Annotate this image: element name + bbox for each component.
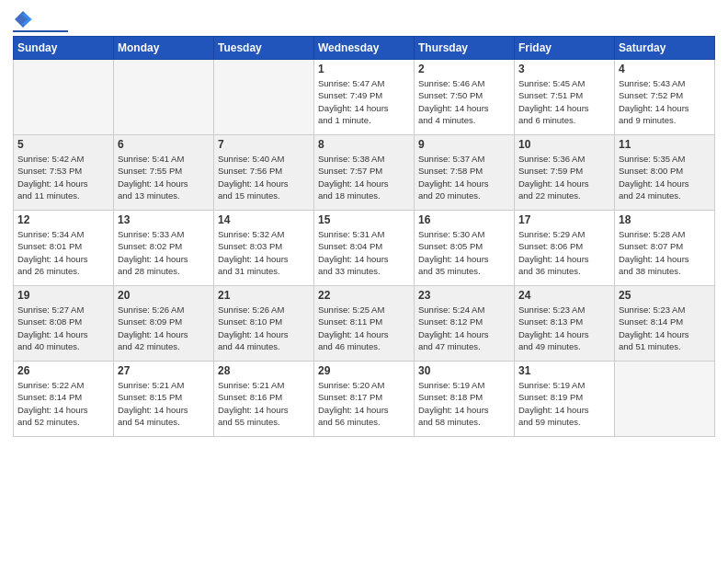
logo-underline [13, 30, 68, 32]
calendar-day-3: 3Sunrise: 5:45 AMSunset: 7:51 PMDaylight… [515, 60, 615, 135]
day-info: Sunrise: 5:42 AMSunset: 7:53 PMDaylight:… [17, 153, 109, 201]
day-info: Sunrise: 5:33 AMSunset: 8:02 PMDaylight:… [118, 228, 210, 277]
day-number: 7 [218, 138, 310, 151]
day-number: 21 [218, 289, 310, 302]
day-number: 1 [318, 63, 410, 75]
calendar-day-2: 2Sunrise: 5:46 AMSunset: 7:50 PMDaylight… [415, 60, 515, 135]
day-number: 17 [518, 213, 610, 226]
calendar-empty-cell [114, 60, 214, 135]
day-number: 31 [518, 364, 610, 377]
calendar-day-19: 19Sunrise: 5:27 AMSunset: 8:08 PMDayligh… [14, 286, 114, 362]
day-info: Sunrise: 5:20 AMSunset: 8:17 PMDaylight:… [318, 379, 410, 428]
calendar-day-4: 4Sunrise: 5:43 AMSunset: 7:52 PMDaylight… [615, 60, 715, 135]
day-info: Sunrise: 5:37 AMSunset: 7:58 PMDaylight:… [418, 153, 510, 201]
calendar-week-row: 19Sunrise: 5:27 AMSunset: 8:08 PMDayligh… [14, 286, 715, 362]
weekday-header-thursday: Thursday [415, 37, 515, 60]
day-number: 16 [418, 213, 510, 226]
calendar-day-7: 7Sunrise: 5:40 AMSunset: 7:56 PMDaylight… [214, 135, 314, 211]
day-info: Sunrise: 5:29 AMSunset: 8:06 PMDaylight:… [518, 228, 610, 277]
day-number: 22 [318, 289, 410, 302]
day-info: Sunrise: 5:27 AMSunset: 8:08 PMDaylight:… [17, 304, 109, 352]
calendar-day-8: 8Sunrise: 5:38 AMSunset: 7:57 PMDaylight… [314, 135, 415, 211]
calendar-day-17: 17Sunrise: 5:29 AMSunset: 8:06 PMDayligh… [515, 211, 615, 286]
calendar-week-row: 12Sunrise: 5:34 AMSunset: 8:01 PMDayligh… [14, 211, 715, 286]
day-info: Sunrise: 5:32 AMSunset: 8:03 PMDaylight:… [218, 228, 310, 277]
day-number: 4 [619, 63, 711, 75]
day-number: 27 [118, 364, 210, 377]
day-number: 19 [17, 289, 109, 302]
day-number: 14 [218, 213, 310, 226]
weekday-header-monday: Monday [114, 37, 214, 60]
day-number: 3 [518, 63, 610, 75]
calendar-day-30: 30Sunrise: 5:19 AMSunset: 8:18 PMDayligh… [415, 362, 515, 437]
logo-icon [13, 9, 33, 29]
day-number: 30 [418, 364, 510, 377]
calendar-day-10: 10Sunrise: 5:36 AMSunset: 7:59 PMDayligh… [515, 135, 615, 211]
calendar-empty-cell [615, 362, 715, 437]
day-number: 11 [619, 138, 711, 151]
day-info: Sunrise: 5:36 AMSunset: 7:59 PMDaylight:… [518, 153, 610, 201]
logo [13, 9, 68, 32]
day-number: 6 [118, 138, 210, 151]
calendar-day-12: 12Sunrise: 5:34 AMSunset: 8:01 PMDayligh… [14, 211, 114, 286]
calendar-day-31: 31Sunrise: 5:19 AMSunset: 8:19 PMDayligh… [515, 362, 615, 437]
calendar-day-26: 26Sunrise: 5:22 AMSunset: 8:14 PMDayligh… [14, 362, 114, 437]
day-info: Sunrise: 5:40 AMSunset: 7:56 PMDaylight:… [218, 153, 310, 201]
weekday-header-tuesday: Tuesday [214, 37, 314, 60]
calendar-week-row: 1Sunrise: 5:47 AMSunset: 7:49 PMDaylight… [14, 60, 715, 135]
calendar-empty-cell [14, 60, 114, 135]
day-info: Sunrise: 5:26 AMSunset: 8:10 PMDaylight:… [218, 304, 310, 352]
day-number: 10 [518, 138, 610, 151]
day-info: Sunrise: 5:30 AMSunset: 8:05 PMDaylight:… [418, 228, 510, 277]
day-number: 5 [17, 138, 109, 151]
calendar-table: SundayMondayTuesdayWednesdayThursdayFrid… [13, 36, 715, 437]
day-info: Sunrise: 5:21 AMSunset: 8:15 PMDaylight:… [118, 379, 210, 428]
weekday-header-saturday: Saturday [615, 37, 715, 60]
day-number: 2 [418, 63, 510, 75]
page: SundayMondayTuesdayWednesdayThursdayFrid… [0, 0, 728, 563]
day-info: Sunrise: 5:23 AMSunset: 8:14 PMDaylight:… [619, 304, 711, 352]
day-info: Sunrise: 5:19 AMSunset: 8:18 PMDaylight:… [418, 379, 510, 428]
header [13, 9, 715, 32]
calendar-day-13: 13Sunrise: 5:33 AMSunset: 8:02 PMDayligh… [114, 211, 214, 286]
calendar-day-28: 28Sunrise: 5:21 AMSunset: 8:16 PMDayligh… [214, 362, 314, 437]
day-number: 23 [418, 289, 510, 302]
day-info: Sunrise: 5:41 AMSunset: 7:55 PMDaylight:… [118, 153, 210, 201]
calendar-day-23: 23Sunrise: 5:24 AMSunset: 8:12 PMDayligh… [415, 286, 515, 362]
day-info: Sunrise: 5:24 AMSunset: 8:12 PMDaylight:… [418, 304, 510, 352]
calendar-day-24: 24Sunrise: 5:23 AMSunset: 8:13 PMDayligh… [515, 286, 615, 362]
day-number: 20 [118, 289, 210, 302]
day-number: 15 [318, 213, 410, 226]
weekday-header-wednesday: Wednesday [314, 37, 415, 60]
calendar-day-21: 21Sunrise: 5:26 AMSunset: 8:10 PMDayligh… [214, 286, 314, 362]
calendar-day-25: 25Sunrise: 5:23 AMSunset: 8:14 PMDayligh… [615, 286, 715, 362]
day-number: 26 [17, 364, 109, 377]
calendar-week-row: 5Sunrise: 5:42 AMSunset: 7:53 PMDaylight… [14, 135, 715, 211]
day-info: Sunrise: 5:47 AMSunset: 7:49 PMDaylight:… [318, 77, 410, 126]
day-info: Sunrise: 5:43 AMSunset: 7:52 PMDaylight:… [619, 77, 711, 126]
day-number: 13 [118, 213, 210, 226]
weekday-header-sunday: Sunday [14, 37, 114, 60]
calendar-empty-cell [214, 60, 314, 135]
day-info: Sunrise: 5:25 AMSunset: 8:11 PMDaylight:… [318, 304, 410, 352]
day-info: Sunrise: 5:19 AMSunset: 8:19 PMDaylight:… [518, 379, 610, 428]
calendar-day-29: 29Sunrise: 5:20 AMSunset: 8:17 PMDayligh… [314, 362, 415, 437]
calendar-day-14: 14Sunrise: 5:32 AMSunset: 8:03 PMDayligh… [214, 211, 314, 286]
calendar-day-1: 1Sunrise: 5:47 AMSunset: 7:49 PMDaylight… [314, 60, 415, 135]
day-info: Sunrise: 5:22 AMSunset: 8:14 PMDaylight:… [17, 379, 109, 428]
day-number: 9 [418, 138, 510, 151]
day-number: 18 [619, 213, 711, 226]
calendar-day-9: 9Sunrise: 5:37 AMSunset: 7:58 PMDaylight… [415, 135, 515, 211]
day-number: 12 [17, 213, 109, 226]
calendar-week-row: 26Sunrise: 5:22 AMSunset: 8:14 PMDayligh… [14, 362, 715, 437]
day-info: Sunrise: 5:34 AMSunset: 8:01 PMDaylight:… [17, 228, 109, 277]
day-info: Sunrise: 5:28 AMSunset: 8:07 PMDaylight:… [619, 228, 711, 277]
day-info: Sunrise: 5:21 AMSunset: 8:16 PMDaylight:… [218, 379, 310, 428]
day-info: Sunrise: 5:23 AMSunset: 8:13 PMDaylight:… [518, 304, 610, 352]
weekday-header-row: SundayMondayTuesdayWednesdayThursdayFrid… [14, 37, 715, 60]
calendar-day-27: 27Sunrise: 5:21 AMSunset: 8:15 PMDayligh… [114, 362, 214, 437]
calendar-day-5: 5Sunrise: 5:42 AMSunset: 7:53 PMDaylight… [14, 135, 114, 211]
calendar-day-6: 6Sunrise: 5:41 AMSunset: 7:55 PMDaylight… [114, 135, 214, 211]
day-info: Sunrise: 5:38 AMSunset: 7:57 PMDaylight:… [318, 153, 410, 201]
day-info: Sunrise: 5:35 AMSunset: 8:00 PMDaylight:… [619, 153, 711, 201]
